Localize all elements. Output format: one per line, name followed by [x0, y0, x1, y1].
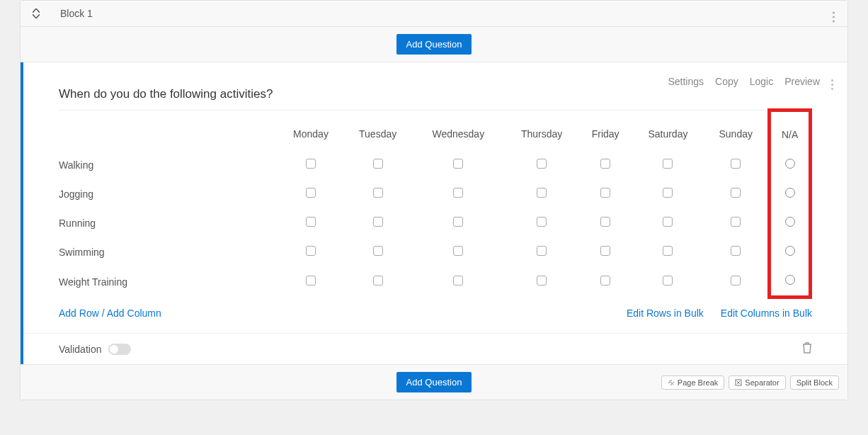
matrix-cell [343, 208, 412, 237]
na-cell [770, 237, 811, 266]
col-header[interactable]: Sunday [704, 111, 769, 151]
validation-label: Validation [59, 344, 101, 355]
row-label[interactable]: Running [59, 208, 278, 237]
radio-input[interactable] [785, 159, 795, 169]
checkbox-input[interactable] [537, 159, 547, 169]
col-header[interactable]: Saturday [632, 111, 704, 151]
page-break-button[interactable]: Page Break [661, 375, 724, 390]
row-label[interactable]: Swimming [59, 237, 278, 266]
col-header[interactable]: Thursday [504, 111, 579, 151]
split-block-button[interactable]: Split Block [790, 375, 839, 390]
delete-question-icon[interactable] [802, 342, 812, 356]
radio-input[interactable] [785, 188, 795, 198]
checkbox-input[interactable] [453, 217, 463, 227]
matrix-cell [343, 150, 412, 179]
table-row: Running [59, 208, 811, 237]
checkbox-input[interactable] [373, 246, 383, 256]
checkbox-input[interactable] [731, 276, 741, 286]
checkbox-input[interactable] [731, 217, 741, 227]
matrix-table: Monday Tuesday Wednesday Thursday Friday… [59, 108, 812, 299]
footer-separator: / [99, 307, 107, 319]
split-block-label: Split Block [796, 378, 833, 387]
add-column-link[interactable]: Add Column [107, 307, 161, 319]
edit-columns-link[interactable]: Edit Columns in Bulk [721, 307, 812, 319]
checkbox-input[interactable] [537, 276, 547, 286]
checkbox-input[interactable] [663, 217, 673, 227]
checkbox-input[interactable] [306, 188, 316, 198]
matrix-cell [504, 150, 579, 179]
copy-link[interactable]: Copy [715, 76, 738, 87]
separator-label: Separator [745, 378, 779, 387]
question-text[interactable]: When do you do the following activities? [23, 87, 847, 101]
matrix-cell [343, 266, 412, 298]
edit-rows-link[interactable]: Edit Rows in Bulk [627, 307, 704, 319]
col-header[interactable]: Wednesday [412, 111, 504, 151]
add-row-link[interactable]: Add Row [59, 307, 99, 319]
question-more-icon[interactable] [831, 72, 833, 90]
matrix-cell [412, 237, 504, 266]
checkbox-input[interactable] [306, 159, 316, 169]
na-cell [770, 266, 811, 298]
matrix-cell [632, 237, 704, 266]
checkbox-input[interactable] [373, 217, 383, 227]
checkbox-input[interactable] [600, 188, 610, 198]
block-more-icon[interactable] [833, 5, 835, 23]
table-row: Walking [59, 150, 811, 179]
checkbox-input[interactable] [663, 188, 673, 198]
checkbox-input[interactable] [537, 188, 547, 198]
checkbox-input[interactable] [373, 159, 383, 169]
col-header[interactable]: Friday [579, 111, 632, 151]
page-break-label: Page Break [678, 378, 718, 387]
checkbox-input[interactable] [537, 217, 547, 227]
question-block: Settings Copy Logic Preview When do you … [21, 62, 847, 364]
matrix-cell [278, 150, 343, 179]
add-question-button-bottom[interactable]: Add Question [396, 372, 472, 392]
row-label[interactable]: Walking [59, 150, 278, 179]
matrix-cell [632, 179, 704, 208]
checkbox-input[interactable] [600, 246, 610, 256]
collapse-icon[interactable] [32, 9, 40, 18]
checkbox-input[interactable] [600, 276, 610, 286]
radio-input[interactable] [785, 217, 795, 227]
matrix-cell [504, 266, 579, 298]
separator-button[interactable]: Separator [729, 375, 785, 390]
validation-toggle[interactable] [108, 344, 131, 355]
checkbox-input[interactable] [306, 276, 316, 286]
row-label[interactable]: Jogging [59, 179, 278, 208]
checkbox-input[interactable] [600, 159, 610, 169]
preview-link[interactable]: Preview [784, 76, 820, 87]
checkbox-input[interactable] [731, 188, 741, 198]
na-cell [770, 208, 811, 237]
matrix-cell [504, 179, 579, 208]
checkbox-input[interactable] [731, 246, 741, 256]
checkbox-input[interactable] [663, 159, 673, 169]
checkbox-input[interactable] [373, 276, 383, 286]
checkbox-input[interactable] [600, 217, 610, 227]
checkbox-input[interactable] [306, 217, 316, 227]
matrix-cell [278, 208, 343, 237]
checkbox-input[interactable] [453, 159, 463, 169]
checkbox-input[interactable] [731, 159, 741, 169]
radio-input[interactable] [785, 275, 795, 285]
col-header[interactable]: Monday [278, 111, 343, 151]
matrix-cell [343, 237, 412, 266]
checkbox-input[interactable] [453, 188, 463, 198]
matrix-cell [343, 179, 412, 208]
checkbox-input[interactable] [453, 246, 463, 256]
na-cell [770, 150, 811, 179]
checkbox-input[interactable] [663, 246, 673, 256]
checkbox-input[interactable] [663, 276, 673, 286]
checkbox-input[interactable] [537, 246, 547, 256]
logic-link[interactable]: Logic [750, 76, 773, 87]
row-label[interactable]: Weight Training [59, 266, 278, 298]
add-question-button[interactable]: Add Question [396, 34, 472, 55]
settings-link[interactable]: Settings [668, 76, 704, 87]
block-title[interactable]: Block 1 [60, 8, 93, 19]
col-header-na[interactable]: N/A [770, 111, 811, 151]
checkbox-input[interactable] [453, 276, 463, 286]
matrix-cell [504, 208, 579, 237]
checkbox-input[interactable] [373, 188, 383, 198]
radio-input[interactable] [785, 246, 795, 256]
checkbox-input[interactable] [306, 246, 316, 256]
col-header[interactable]: Tuesday [343, 111, 412, 151]
